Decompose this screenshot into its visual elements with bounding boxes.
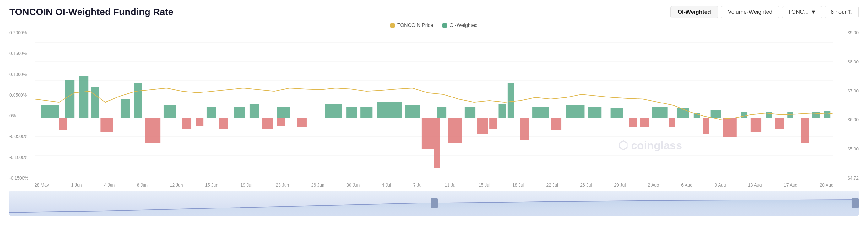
- main-chart-area: 0.2000% 0.1500% 0.1000% 0.0500% 0% -0.05…: [9, 30, 859, 180]
- interval-selector[interactable]: 8 hour ⇅: [825, 6, 859, 18]
- svg-rect-30: [566, 105, 585, 118]
- y-right-label-0: $9.00: [833, 30, 859, 35]
- x-label-20: 9 Aug: [715, 182, 726, 187]
- svg-rect-56: [520, 118, 529, 140]
- svg-rect-64: [775, 118, 784, 129]
- svg-rect-45: [182, 118, 191, 129]
- svg-rect-63: [750, 118, 761, 132]
- legend-color-price: [390, 23, 395, 28]
- x-label-22: 17 Aug: [784, 182, 798, 187]
- x-label-12: 11 Jul: [445, 182, 456, 187]
- svg-rect-33: [652, 107, 668, 118]
- controls: OI-Weighted Volume-Weighted TONC... ▼ 8 …: [671, 6, 859, 18]
- chart-svg: ⬡ coinglass: [35, 30, 833, 180]
- svg-rect-51: [422, 118, 434, 149]
- legend-color-oi: [442, 23, 447, 28]
- svg-rect-43: [100, 118, 113, 132]
- svg-rect-20: [325, 104, 342, 118]
- svg-rect-13: [121, 99, 130, 118]
- svg-rect-10: [65, 80, 74, 118]
- x-label-11: 7 Jul: [413, 182, 423, 187]
- y-label-0: 0.2000%: [9, 30, 35, 35]
- svg-rect-22: [360, 107, 372, 118]
- y-label-6: -0.1000%: [9, 155, 35, 160]
- x-label-1: 1 Jun: [71, 182, 82, 187]
- coin-dropdown[interactable]: TONC... ▼: [782, 6, 822, 18]
- chart-container: TONCOIN OI-Weighted Funding Rate OI-Weig…: [0, 0, 868, 242]
- x-label-2: 4 Jun: [104, 182, 115, 187]
- x-label-23: 20 Aug: [819, 182, 833, 187]
- svg-rect-59: [640, 118, 649, 127]
- mini-chart-svg: [9, 191, 859, 216]
- x-label-3: 8 Jun: [137, 182, 148, 187]
- svg-rect-53: [448, 118, 462, 143]
- svg-rect-16: [207, 107, 216, 118]
- y-right-label-2: $7.00: [833, 89, 859, 94]
- x-label-5: 15 Jun: [205, 182, 218, 187]
- svg-rect-47: [219, 118, 228, 129]
- sort-icon: ⇅: [848, 8, 852, 15]
- y-right-label-5: $4.72: [833, 176, 859, 180]
- svg-rect-49: [277, 118, 285, 126]
- svg-rect-48: [262, 118, 273, 129]
- svg-rect-34: [677, 108, 689, 118]
- chevron-down-icon: ▼: [810, 9, 816, 15]
- x-label-16: 26 Jul: [580, 182, 592, 187]
- svg-rect-54: [477, 118, 488, 134]
- svg-rect-24: [405, 105, 420, 118]
- tab-oi-weighted[interactable]: OI-Weighted: [671, 6, 718, 18]
- legend-label-oi: OI-Weighted: [450, 23, 478, 28]
- svg-rect-9: [41, 105, 59, 118]
- svg-rect-37: [741, 112, 747, 118]
- svg-rect-36: [711, 110, 721, 118]
- mini-chart[interactable]: [9, 191, 859, 216]
- x-label-18: 2 Aug: [648, 182, 659, 187]
- x-label-4: 12 Jun: [170, 182, 183, 187]
- svg-rect-17: [234, 107, 245, 118]
- svg-text:⬡ coinglass: ⬡ coinglass: [618, 139, 682, 152]
- x-axis: 28 May 1 Jun 4 Jun 8 Jun 12 Jun 15 Jun 1…: [9, 180, 859, 189]
- svg-rect-52: [434, 118, 440, 168]
- x-label-15: 22 Jul: [546, 182, 558, 187]
- legend-item-price: TONCOIN Price: [390, 23, 433, 28]
- svg-rect-11: [79, 75, 88, 118]
- svg-rect-40: [812, 112, 819, 118]
- svg-rect-44: [145, 118, 160, 143]
- page-title: TONCOIN OI-Weighted Funding Rate: [9, 7, 173, 17]
- svg-rect-69: [431, 198, 438, 208]
- x-label-19: 6 Aug: [681, 182, 692, 187]
- svg-rect-31: [588, 107, 601, 118]
- y-right-label-3: $6.00: [833, 117, 859, 122]
- y-label-7: -0.1500%: [9, 176, 35, 180]
- svg-rect-12: [91, 87, 99, 118]
- svg-rect-58: [629, 118, 637, 127]
- legend-label-price: TONCOIN Price: [397, 23, 433, 28]
- svg-rect-38: [766, 112, 772, 118]
- svg-rect-19: [277, 107, 289, 118]
- svg-rect-61: [703, 118, 709, 134]
- svg-rect-39: [787, 112, 793, 118]
- svg-rect-50: [298, 118, 307, 127]
- x-label-13: 15 Jul: [478, 182, 490, 187]
- svg-rect-23: [377, 102, 402, 118]
- y-axis-left: 0.2000% 0.1500% 0.1000% 0.0500% 0% -0.05…: [9, 30, 35, 180]
- svg-rect-32: [611, 108, 623, 118]
- x-label-14: 18 Jul: [513, 182, 524, 187]
- tab-volume-weighted[interactable]: Volume-Weighted: [721, 6, 780, 18]
- svg-rect-46: [196, 118, 204, 126]
- svg-rect-27: [498, 104, 506, 118]
- legend: TONCOIN Price OI-Weighted: [0, 18, 868, 30]
- y-label-3: 0.0500%: [9, 93, 35, 98]
- y-label-2: 0.1000%: [9, 72, 35, 77]
- x-label-17: 29 Jul: [614, 182, 626, 187]
- svg-rect-60: [669, 118, 676, 127]
- header: TONCOIN OI-Weighted Funding Rate OI-Weig…: [0, 0, 868, 18]
- svg-rect-62: [723, 118, 737, 137]
- x-label-21: 13 Aug: [748, 182, 762, 187]
- svg-rect-29: [532, 107, 549, 118]
- y-label-1: 0.1500%: [9, 51, 35, 56]
- svg-rect-14: [134, 83, 142, 118]
- x-label-10: 4 Jul: [382, 182, 391, 187]
- y-right-label-1: $8.00: [833, 59, 859, 64]
- svg-rect-25: [437, 107, 446, 118]
